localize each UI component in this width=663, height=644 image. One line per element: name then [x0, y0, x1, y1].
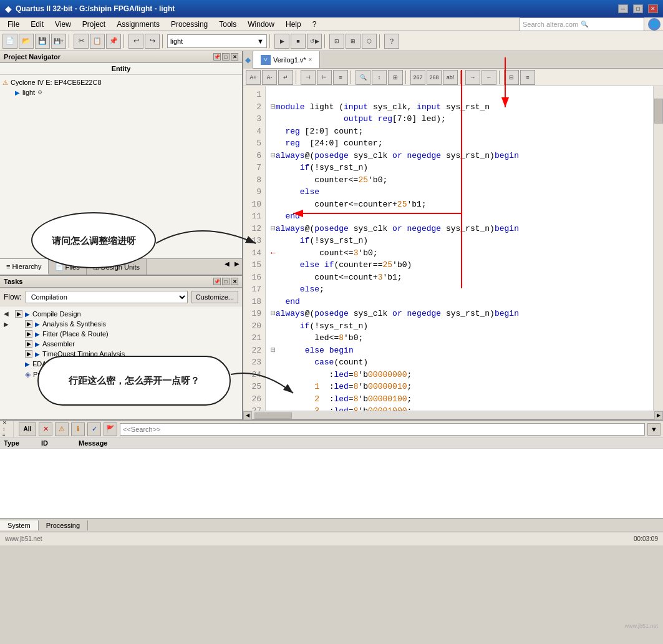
help-button[interactable]: ? [384, 34, 399, 49]
edit-tb-4[interactable]: ⊣ [301, 70, 316, 85]
task-assembler[interactable]: ▶ ▶ Assembler [21, 339, 240, 349]
task-expand-analysis[interactable]: ▶ [25, 320, 32, 328]
edit-tb-9[interactable]: ⊞ [388, 70, 403, 85]
task-timing[interactable]: ▶ ▶ TimeQuest Timing Analysis [21, 349, 240, 359]
task-expand-fitter[interactable]: ▶ [25, 330, 32, 338]
edit-tb-14[interactable]: ← [482, 70, 496, 85]
nav-close-button[interactable]: ✕ [231, 53, 238, 61]
minimize-button[interactable]: ─ [618, 4, 628, 13]
msg-error-btn[interactable]: ✕ [39, 422, 52, 436]
project-dropdown[interactable]: light ▼ [167, 34, 267, 48]
menu-processing[interactable]: Processing [166, 19, 213, 30]
edit-tb-2[interactable]: A- [262, 70, 277, 85]
edit-tb-11[interactable]: 268 [427, 70, 442, 85]
edit-tb-10[interactable]: 267 [410, 70, 425, 85]
msg-dropdown-btn[interactable]: ▼ [647, 423, 661, 436]
open-button[interactable]: 📂 [19, 34, 34, 49]
programmer[interactable]: ⬡ [362, 34, 377, 49]
menu-extra[interactable]: ? [307, 19, 322, 30]
chip-planner[interactable]: ⊞ [346, 34, 361, 49]
tab-hierarchy[interactable]: ≡ Hierarchy [0, 259, 49, 275]
task-analysis-label: Analysis & Synthesis [42, 320, 106, 328]
edit-tb-13[interactable]: → [465, 70, 480, 85]
edit-tb-6[interactable]: ≡ [333, 70, 348, 85]
maximize-button[interactable]: □ [633, 4, 643, 13]
msgs-icon-1[interactable]: ✕ [2, 420, 13, 426]
task-analysis-icon: ▶ [35, 321, 40, 328]
tasks-pin-button[interactable]: 📌 [213, 278, 221, 285]
verilog-tab[interactable]: V Verilog1.v* × [253, 51, 320, 68]
msg-flag-btn[interactable]: 🚩 [104, 422, 117, 436]
recompile-button[interactable]: ↺▶ [307, 34, 322, 49]
msgs-icon-2[interactable]: ↕ [2, 426, 13, 432]
menu-window[interactable]: Window [243, 19, 279, 30]
nav-next-button[interactable]: ▶ [232, 259, 242, 275]
close-button[interactable]: ✕ [648, 4, 658, 13]
tab-system[interactable]: System [0, 520, 39, 530]
paste-button[interactable]: 📌 [106, 34, 121, 49]
menu-file[interactable]: File [2, 19, 24, 30]
tab-close-button[interactable]: × [309, 56, 312, 63]
task-expand-compile[interactable]: ▶ [15, 310, 22, 318]
vertical-scrollbar[interactable] [653, 86, 663, 411]
task-fitter[interactable]: ▶ ▶ Fitter (Place & Route) [21, 329, 240, 339]
message-content[interactable] [0, 449, 663, 518]
edit-tb-16[interactable]: ≡ [520, 70, 535, 85]
edit-tb-12[interactable]: ab/ [443, 70, 458, 85]
menu-project[interactable]: Project [77, 19, 110, 30]
msg-warning-btn[interactable]: ⚠ [55, 422, 69, 436]
title-text: Quartus II 32-bit - G:/shipin FPGA/light… [16, 4, 613, 13]
nav-float-button[interactable]: □ [222, 53, 230, 61]
edit-tb-8[interactable]: ↕ [372, 70, 387, 85]
horizontal-scrollbar[interactable]: ◀ ▶ [243, 411, 663, 419]
stop-button[interactable]: ■ [291, 34, 306, 49]
rtl-viewer[interactable]: ⊡ [329, 34, 344, 49]
nav-pin-button[interactable]: 📌 [213, 53, 221, 61]
msg-all-btn[interactable]: All [19, 422, 36, 436]
msg-info-btn[interactable]: ℹ [71, 422, 85, 436]
task-fitter-icon: ▶ [35, 331, 40, 338]
edit-tb-7[interactable]: 🔍 [356, 70, 370, 85]
task-expand-timing[interactable]: ▶ [25, 350, 32, 358]
nav-prev-button[interactable]: ◀ [222, 259, 232, 275]
menu-tools[interactable]: Tools [214, 19, 241, 30]
tasks-float-button[interactable]: □ [222, 278, 230, 285]
copy-button[interactable]: 📋 [90, 34, 105, 49]
task-compile-design[interactable]: ▶ ▶ Compile Design [11, 309, 240, 319]
customize-button[interactable]: Customize... [191, 291, 238, 303]
edit-tb-5[interactable]: ⊢ [317, 70, 332, 85]
flow-select[interactable]: Compilation [26, 291, 188, 303]
edit-tb-3[interactable]: ↵ [278, 70, 293, 85]
msg-suppressed-btn[interactable]: ✓ [87, 422, 101, 436]
message-search-input[interactable] [120, 423, 645, 436]
task-arrow-right[interactable]: ▶ [2, 320, 10, 329]
tab-files[interactable]: 📄 Files [49, 259, 87, 275]
tab-processing[interactable]: Processing [39, 520, 88, 530]
menu-assignments[interactable]: Assignments [112, 19, 165, 30]
tasks-close-button[interactable]: ✕ [231, 278, 238, 285]
save-button[interactable]: 💾 [35, 34, 50, 49]
search-bar[interactable]: Search altera.com 🔍 [520, 17, 644, 31]
device-item[interactable]: ⚠ Cyclone IV E: EP4CE6E22C8 [2, 77, 240, 87]
code-editor[interactable]: ⊟module light (input sys_clk, input sys_… [266, 86, 653, 411]
msgs-icon-3[interactable]: ≡ [2, 432, 13, 438]
task-arrow-left[interactable]: ◀ [2, 309, 10, 318]
task-program[interactable]: ◈ Program Device (Open Programmer) [21, 369, 240, 380]
compile-button[interactable]: ▶ [274, 34, 289, 49]
new-button[interactable]: 📄 [2, 34, 17, 49]
redo-button[interactable]: ↪ [145, 34, 160, 49]
task-eda[interactable]: ▶ EDA Netlist Writer [21, 359, 240, 369]
menu-help[interactable]: Help [281, 19, 306, 30]
cut-button[interactable]: ✂ [74, 34, 89, 49]
edit-tb-15[interactable]: ⊟ [504, 70, 519, 85]
edit-tb-1[interactable]: A+ [246, 70, 261, 85]
project-item[interactable]: ▶ light ⚙ [2, 87, 240, 97]
task-analysis[interactable]: ▶ ▶ Analysis & Synthesis [21, 319, 240, 329]
tab-design-units[interactable]: ◫ Design Units [87, 259, 147, 275]
menu-edit[interactable]: Edit [26, 19, 49, 30]
project-navigator-title: Project Navigator [4, 53, 60, 61]
menu-view[interactable]: View [50, 19, 76, 30]
undo-button[interactable]: ↩ [128, 34, 143, 49]
task-expand-assembler[interactable]: ▶ [25, 340, 32, 348]
save-all-button[interactable]: 💾+ [51, 34, 66, 49]
